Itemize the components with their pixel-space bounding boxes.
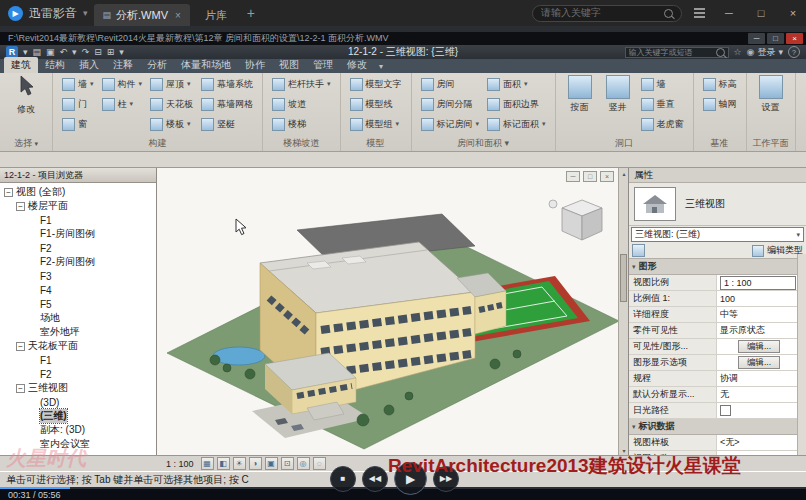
tree-item-(三维)[interactable]: (三维) xyxy=(0,409,156,423)
panel-label-build[interactable]: 构建 xyxy=(53,137,262,150)
infocenter-search-box[interactable]: 输入关键字或短语 xyxy=(625,47,729,58)
sign-in-button[interactable]: ◉ 登录 ▾ xyxy=(747,46,783,59)
door-button[interactable]: 门 xyxy=(60,95,96,113)
view-vertical-scrollbar[interactable]: ▴ ▾ xyxy=(618,168,628,455)
tree-item-(3D)[interactable]: (3D) xyxy=(0,395,156,409)
player-maximize-button[interactable]: □ xyxy=(748,0,774,26)
scroll-up-icon[interactable]: ▴ xyxy=(619,168,628,178)
panel-label-model[interactable]: 模型 xyxy=(341,137,411,150)
tree-item-F5[interactable]: F5 xyxy=(0,297,156,311)
ribbon-tab-结构[interactable]: 结构 xyxy=(38,57,72,73)
railing-button[interactable]: 栏杆扶手▾ xyxy=(270,75,333,93)
undo-caret-icon[interactable]: ▾ xyxy=(72,48,77,57)
room-separator-button[interactable]: 房间分隔 xyxy=(419,95,482,113)
property-value-图形显示选项[interactable]: 编辑... xyxy=(717,355,798,370)
tree-item-楼层平面[interactable]: −楼层平面 xyxy=(0,199,156,213)
panel-label-datum[interactable]: 基准 xyxy=(694,137,746,150)
ribbon-tab-分析[interactable]: 分析 xyxy=(140,57,174,73)
component-button[interactable]: 构件▾ xyxy=(100,75,145,93)
panel-label-circulation[interactable]: 楼梯坡道 xyxy=(263,137,340,150)
roof-button[interactable]: 屋顶▾ xyxy=(148,75,195,93)
property-value-日光路径[interactable] xyxy=(717,403,798,418)
curtain-grid-button[interactable]: 幕墙网格 xyxy=(199,95,255,113)
model-line-button[interactable]: 模型线 xyxy=(348,95,404,113)
new-tab-button[interactable]: + xyxy=(242,5,260,21)
previous-button[interactable]: ◀◀ xyxy=(362,466,388,492)
tree-expander-icon[interactable]: − xyxy=(16,202,25,211)
property-value-详细程度[interactable]: 中等 xyxy=(717,307,798,322)
panel-label-select[interactable]: 选择 ▾ xyxy=(0,137,52,150)
property-value-规程[interactable]: 协调 xyxy=(717,371,798,386)
3d-view-type-preview[interactable] xyxy=(634,187,676,221)
property-value-比例值 1:[interactable]: 100 xyxy=(717,291,798,306)
modify-button[interactable]: 修改 xyxy=(7,75,45,116)
ribbon-tab-插入[interactable]: 插入 xyxy=(72,57,106,73)
opening-by-face-button[interactable]: 按面 xyxy=(563,75,597,114)
properties-scrollbar[interactable] xyxy=(797,254,806,455)
panel-label-work-plane[interactable]: 工作平面 xyxy=(747,137,795,150)
panel-label-opening[interactable]: 洞口 xyxy=(556,137,693,150)
panel-label-room-area[interactable]: 房间和面积 ▾ xyxy=(412,137,555,150)
undo-icon[interactable]: ↶ xyxy=(60,48,68,57)
ribbon-tab-协作[interactable]: 协作 xyxy=(238,57,272,73)
favorites-star-icon[interactable]: ☆ xyxy=(734,48,742,57)
redo-icon[interactable]: ↷ xyxy=(82,48,90,57)
property-value-默认分析显示...[interactable]: 无 xyxy=(717,387,798,402)
player-tab-active[interactable]: ▤ 分析.WMV × xyxy=(94,4,190,26)
area-boundary-button[interactable]: 面积边界 xyxy=(485,95,548,113)
property-value-视图比例[interactable]: 1 : 100 xyxy=(717,275,798,290)
ribbon-tab-修改[interactable]: 修改 xyxy=(340,57,374,73)
player-app-name[interactable]: 迅雷影音 xyxy=(29,5,77,22)
wall-opening-button[interactable]: 墙 xyxy=(639,75,686,93)
property-value-零件可见性[interactable]: 显示原状态 xyxy=(717,323,798,338)
ribbon-options-caret-icon[interactable]: ▾ xyxy=(379,62,383,73)
tag-room-button[interactable]: 标记房间▾ xyxy=(419,115,482,133)
tree-item-F1[interactable]: F1 xyxy=(0,353,156,367)
tab-close-icon[interactable]: × xyxy=(175,10,181,21)
open-icon[interactable]: ▤ xyxy=(33,48,42,57)
search-icon[interactable] xyxy=(664,9,673,18)
infocenter-search-icon[interactable] xyxy=(716,48,725,57)
edit-type-button[interactable]: 编辑类型 xyxy=(752,244,803,257)
ceiling-button[interactable]: 天花板 xyxy=(148,95,195,113)
floor-button[interactable]: 楼板▾ xyxy=(148,115,195,133)
checkbox-icon[interactable] xyxy=(720,405,731,416)
scrollbar-thumb[interactable] xyxy=(620,254,627,302)
ribbon-tab-视图[interactable]: 视图 xyxy=(272,57,306,73)
tree-item-副本: (3D)[interactable]: 副本: (3D) xyxy=(0,423,156,437)
tree-item-F2-房间图例[interactable]: F2-房间图例 xyxy=(0,255,156,269)
view-close-icon[interactable]: × xyxy=(600,171,614,182)
qat-caret-icon[interactable]: ▾ xyxy=(119,48,124,57)
stop-button[interactable]: ■ xyxy=(330,466,356,492)
project-browser-title[interactable]: 12-1-2 - 项目浏览器 xyxy=(0,168,156,183)
curtain-system-button[interactable]: 幕墙系统 xyxy=(199,75,255,93)
vertical-opening-button[interactable]: 垂直 xyxy=(639,95,686,113)
crop-view-icon[interactable]: ▣ xyxy=(265,457,278,470)
video-area[interactable]: F:\Revit2014最新教程\Revit2014火星最新教程\第12章 房间… xyxy=(0,26,806,500)
tree-item-室外地坪[interactable]: 室外地坪 xyxy=(0,325,156,339)
player-close-button[interactable]: × xyxy=(780,0,806,26)
revit-close-button[interactable]: × xyxy=(786,33,803,44)
property-value-可见性/图形...[interactable]: 编辑... xyxy=(717,339,798,354)
column-button[interactable]: 柱▾ xyxy=(100,95,145,113)
reveal-hidden-elements-icon[interactable]: ◌ xyxy=(313,457,326,470)
player-menu-caret-icon[interactable]: ▾ xyxy=(83,8,88,18)
properties-section-图形[interactable]: ▾图形 xyxy=(629,259,798,275)
view-minimize-icon[interactable]: ─ xyxy=(566,171,580,182)
revit-restore-button[interactable]: □ xyxy=(767,33,784,44)
tree-item-F3[interactable]: F3 xyxy=(0,269,156,283)
tree-item-天花板平面[interactable]: −天花板平面 xyxy=(0,339,156,353)
view-restore-icon[interactable]: □ xyxy=(583,171,597,182)
player-tab-library[interactable]: 片库 xyxy=(196,4,236,26)
wall-button[interactable]: 墙▾ xyxy=(60,75,96,93)
switch-windows-icon[interactable]: ⊞ xyxy=(107,48,115,57)
show-crop-region-icon[interactable]: ⊡ xyxy=(281,457,294,470)
ramp-button[interactable]: 坡道 xyxy=(270,95,333,113)
3d-view-canvas[interactable] xyxy=(157,168,628,455)
save-icon[interactable]: ▣ xyxy=(46,48,55,57)
window-button[interactable]: 窗 xyxy=(60,115,96,133)
properties-section-标识数据[interactable]: ▾标识数据 xyxy=(629,419,798,435)
ribbon-tab-注释[interactable]: 注释 xyxy=(106,57,140,73)
set-work-plane-button[interactable]: 设置 xyxy=(754,75,788,114)
player-search-box[interactable]: 请输入关键字 xyxy=(532,5,682,22)
